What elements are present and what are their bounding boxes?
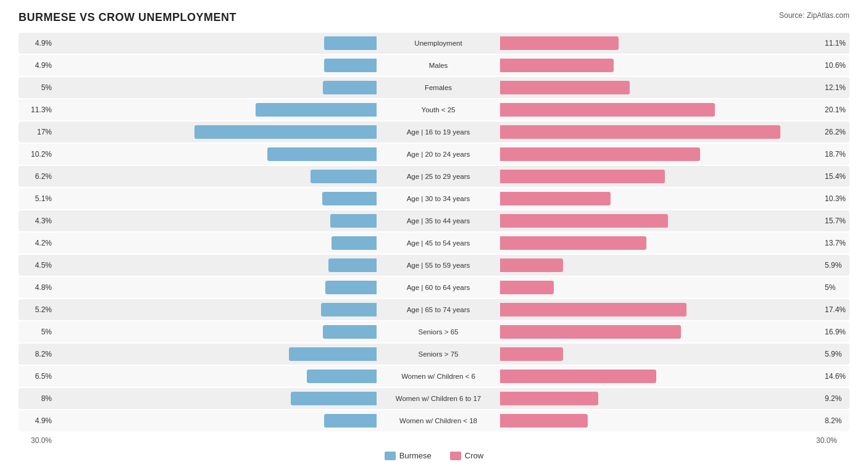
chart-title: BURMESE VS CROW UNEMPLOYMENT — [19, 11, 236, 24]
left-value: 5.2% — [19, 305, 56, 314]
right-value: 5.9% — [821, 261, 858, 270]
right-value: 8.2% — [821, 416, 858, 425]
left-value: 6.5% — [19, 372, 56, 381]
right-bar-area — [500, 99, 821, 120]
right-value: 17.4% — [821, 305, 858, 314]
row-label: Seniors > 75 — [377, 350, 500, 358]
legend-burmese-label: Burmese — [399, 451, 432, 460]
left-bar — [307, 370, 377, 383]
table-row: 6.5% Women w/ Children < 6 14.6% — [19, 366, 849, 387]
table-row: 11.3% Youth < 25 20.1% — [19, 99, 849, 120]
right-value: 11.1% — [821, 39, 858, 48]
row-label: Women w/ Children < 18 — [377, 417, 500, 424]
right-bar — [500, 414, 588, 428]
right-bar — [500, 236, 646, 250]
table-row: 5.2% Age | 65 to 74 years 17.4% — [19, 299, 849, 320]
right-bar-area — [500, 277, 821, 298]
axis-right-label: 30.0% — [812, 436, 849, 445]
right-value: 15.7% — [821, 217, 858, 225]
left-bar — [324, 414, 377, 428]
table-row: 4.5% Age | 55 to 59 years 5.9% — [19, 255, 849, 276]
table-row: 10.2% Age | 20 to 24 years 18.7% — [19, 144, 849, 165]
left-bar — [322, 192, 377, 205]
left-bar-area — [56, 77, 377, 98]
table-row: 4.3% Age | 35 to 44 years 15.7% — [19, 210, 849, 231]
left-bar-area — [56, 344, 377, 365]
table-row: 6.2% Age | 25 to 29 years 15.4% — [19, 166, 849, 187]
table-row: 4.9% Women w/ Children < 18 8.2% — [19, 410, 849, 431]
left-value: 8% — [19, 394, 56, 403]
right-bar-area — [500, 33, 821, 54]
row-label: Unemployment — [377, 39, 500, 47]
right-value: 16.9% — [821, 328, 858, 336]
left-value: 11.3% — [19, 105, 56, 114]
right-bar — [500, 125, 780, 139]
left-value: 8.2% — [19, 350, 56, 358]
table-row: 5.1% Age | 30 to 34 years 10.3% — [19, 188, 849, 209]
left-bar — [328, 258, 377, 272]
legend: Burmese Crow — [19, 451, 849, 460]
legend-burmese: Burmese — [385, 451, 432, 460]
left-bar — [291, 392, 377, 405]
right-bar — [500, 192, 611, 205]
left-bar — [321, 303, 377, 316]
left-value: 4.3% — [19, 217, 56, 225]
left-bar-area — [56, 144, 377, 165]
left-bar-area — [56, 166, 377, 187]
row-label: Age | 55 to 59 years — [377, 262, 500, 269]
table-row: 4.2% Age | 45 to 54 years 13.7% — [19, 233, 849, 254]
legend-crow-box — [450, 452, 461, 460]
row-label: Age | 65 to 74 years — [377, 306, 500, 313]
right-bar — [500, 303, 686, 316]
left-bar — [324, 59, 377, 72]
right-value: 10.6% — [821, 61, 858, 70]
right-value: 9.2% — [821, 394, 858, 403]
right-bar-area — [500, 55, 821, 76]
chart-source: Source: ZipAtlas.com — [779, 11, 849, 20]
right-value: 13.7% — [821, 239, 858, 247]
left-bar-area — [56, 122, 377, 143]
row-label: Age | 20 to 24 years — [377, 151, 500, 158]
axis-row: 30.0% 30.0% — [19, 436, 849, 445]
row-label: Age | 25 to 29 years — [377, 173, 500, 180]
row-label: Females — [377, 84, 500, 91]
left-bar — [330, 214, 377, 228]
right-bar-area — [500, 144, 821, 165]
left-bar — [311, 170, 377, 183]
right-bar-area — [500, 210, 821, 231]
right-bar — [500, 392, 598, 405]
legend-crow: Crow — [450, 451, 483, 460]
left-bar — [332, 236, 377, 250]
right-bar-area — [500, 410, 821, 431]
left-bar-area — [56, 33, 377, 54]
right-bar-area — [500, 299, 821, 320]
row-label: Males — [377, 62, 500, 69]
left-value: 4.9% — [19, 416, 56, 425]
right-bar — [500, 370, 656, 383]
left-value: 6.2% — [19, 172, 56, 181]
right-value: 15.4% — [821, 172, 858, 181]
left-bar-area — [56, 99, 377, 120]
right-bar — [500, 258, 563, 272]
left-value: 17% — [19, 128, 56, 136]
left-value: 10.2% — [19, 150, 56, 159]
table-row: 8% Women w/ Children 6 to 17 9.2% — [19, 388, 849, 409]
left-bar-area — [56, 255, 377, 276]
right-bar-area — [500, 321, 821, 342]
right-value: 12.1% — [821, 83, 858, 92]
left-bar — [289, 347, 377, 361]
table-row: 5% Females 12.1% — [19, 77, 849, 98]
right-bar — [500, 103, 715, 117]
table-row: 4.8% Age | 60 to 64 years 5% — [19, 277, 849, 298]
left-value: 4.2% — [19, 239, 56, 247]
left-value: 5% — [19, 328, 56, 336]
left-value: 5% — [19, 83, 56, 92]
row-label: Age | 45 to 54 years — [377, 239, 500, 247]
left-bar — [256, 103, 377, 117]
left-bar-area — [56, 321, 377, 342]
right-bar-area — [500, 122, 821, 143]
right-bar — [500, 81, 630, 94]
left-bar-area — [56, 388, 377, 409]
right-bar — [500, 281, 554, 294]
right-bar — [500, 147, 700, 161]
